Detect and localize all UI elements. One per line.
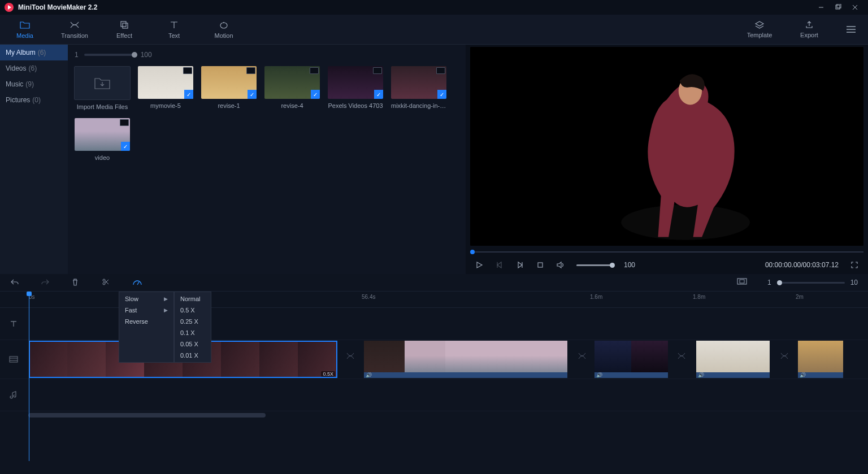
transition-slot[interactable] (344, 340, 357, 372)
speed-menu-reverse[interactable]: Reverse (119, 316, 173, 327)
volume-value: 100 (624, 261, 635, 269)
tab-motion[interactable]: Motion (199, 15, 249, 44)
maximize-button[interactable] (830, 0, 847, 15)
timeline-clip[interactable]: 🔊 (364, 341, 567, 378)
sidebar-item-videos[interactable]: Videos (6) (0, 60, 68, 76)
timeline-clip[interactable]: 🔊 (798, 341, 843, 378)
speed-button[interactable] (132, 278, 141, 287)
template-label: Template (747, 32, 772, 38)
svg-rect-5 (121, 21, 126, 27)
import-media-button[interactable]: Import Media Files (75, 66, 130, 110)
timeline-zoom-slider[interactable] (777, 282, 845, 284)
import-label: Import Media Files (77, 103, 128, 110)
checked-icon (248, 90, 257, 99)
import-folder-icon (94, 76, 111, 90)
clip-speed-badge: 0.5X (321, 371, 335, 377)
volume-slider[interactable] (576, 264, 613, 266)
checked-icon (374, 90, 383, 99)
fullscreen-button[interactable] (850, 260, 859, 269)
speed-menu-fast[interactable]: Fast▶ (119, 305, 173, 316)
tab-effect[interactable]: Effect (99, 15, 149, 44)
media-label: revise-1 (218, 102, 240, 109)
preview-video[interactable] (470, 47, 863, 246)
timeline-scrollbar[interactable] (0, 411, 868, 419)
svg-point-8 (223, 22, 224, 23)
timeline-clip[interactable]: 🔊 (594, 341, 668, 378)
playhead[interactable] (29, 292, 29, 461)
audio-track[interactable] (0, 379, 868, 411)
svg-rect-6 (123, 23, 128, 28)
speed-menu-slow[interactable]: Slow▶ (119, 293, 173, 305)
ruler-tick: 1.8m (693, 294, 705, 300)
sidebar-item-pictures[interactable]: Pictures (0) (0, 92, 68, 108)
speed-option-005x[interactable]: 0.05 X (175, 338, 211, 350)
speed-option-05x[interactable]: 0.5 X (175, 305, 211, 316)
folder-icon (20, 20, 30, 30)
speed-option-001x[interactable]: 0.01 X (175, 350, 211, 361)
titlebar: MiniTool MovieMaker 2.2 (0, 0, 868, 15)
clip-audio-icon: 🔊 (596, 372, 602, 378)
media-thumb[interactable]: revise-4 (264, 66, 320, 110)
delete-button[interactable] (71, 278, 80, 287)
text-track-icon (10, 320, 18, 328)
checked-icon (121, 142, 130, 151)
tab-transition-label: Transition (61, 32, 88, 39)
media-thumb[interactable]: Pexels Videos 4703 (328, 66, 383, 110)
media-thumb[interactable]: revise-1 (201, 66, 257, 110)
checked-icon (311, 90, 320, 99)
next-frame-button[interactable] (515, 260, 524, 269)
template-icon (754, 20, 765, 29)
stop-button[interactable] (536, 260, 545, 269)
speed-option-01x[interactable]: 0.1 X (175, 327, 211, 338)
speed-menu-main: Slow▶ Fast▶ Reverse (119, 292, 174, 363)
transition-slot[interactable] (778, 340, 791, 372)
export-icon (805, 20, 814, 29)
transition-slot[interactable] (675, 340, 688, 372)
template-button[interactable]: Template (735, 15, 784, 44)
video-badge-icon (183, 67, 192, 74)
timeline-ruler[interactable]: 0s 56.4s 1.6m 1.8m 2m Slow▶ Fast▶ Revers… (0, 291, 868, 308)
export-button[interactable]: Export (784, 15, 834, 44)
thumb-zoom-slider[interactable] (84, 54, 135, 56)
tab-media[interactable]: Media (0, 15, 50, 44)
preview-progress[interactable] (470, 250, 863, 254)
tab-transition[interactable]: Transition (50, 15, 99, 44)
checked-icon (184, 90, 193, 99)
media-label: revise-4 (281, 102, 303, 109)
media-label: mymovie-5 (150, 102, 181, 109)
sidebar-item-music[interactable]: Music (9) (0, 76, 68, 92)
transition-slot[interactable] (575, 340, 589, 372)
app-logo-icon (5, 3, 14, 12)
video-badge-icon (310, 67, 319, 74)
minimize-button[interactable] (813, 0, 830, 15)
timeline-clip[interactable]: 🔊 (696, 341, 770, 378)
undo-button[interactable] (10, 278, 19, 287)
aspect-button[interactable] (737, 278, 746, 287)
media-thumb[interactable]: mymovie-5 (138, 66, 193, 110)
close-button[interactable] (847, 0, 863, 15)
clip-toolbar: 1 10 (0, 274, 868, 291)
video-badge-icon (120, 119, 129, 126)
tab-text[interactable]: Text (149, 15, 199, 44)
sidebar-item-label: Videos (6, 64, 26, 72)
prev-frame-button[interactable] (495, 260, 504, 269)
svg-point-13 (621, 205, 750, 240)
sidebar-item-myalbum[interactable]: My Album (6) (0, 45, 68, 60)
redo-button[interactable] (41, 278, 50, 287)
volume-button[interactable] (556, 260, 565, 269)
speed-option-025x[interactable]: 0.25 X (175, 316, 211, 327)
text-icon (169, 20, 179, 30)
play-button[interactable] (475, 260, 484, 269)
media-grid: Import Media Files mymovie-5 revise-1 re… (75, 66, 459, 161)
media-panel: 1 100 Import Media Files mymovie-5 revis… (68, 45, 466, 274)
media-thumb[interactable]: mixkit-dancing-in-the… (391, 66, 446, 110)
preview-controls: 100 00:00:00.00/00:03:07.12 (470, 256, 863, 274)
menu-button[interactable] (834, 15, 868, 44)
media-thumb[interactable]: video (75, 118, 130, 161)
split-button[interactable] (102, 278, 111, 287)
timecode: 00:00:00.00/00:03:07.12 (765, 261, 839, 269)
svg-point-7 (220, 23, 227, 28)
sidebar-item-count: (6) (38, 49, 46, 56)
speed-option-normal[interactable]: Normal (175, 293, 211, 305)
zoom-min: 1 (75, 51, 79, 59)
